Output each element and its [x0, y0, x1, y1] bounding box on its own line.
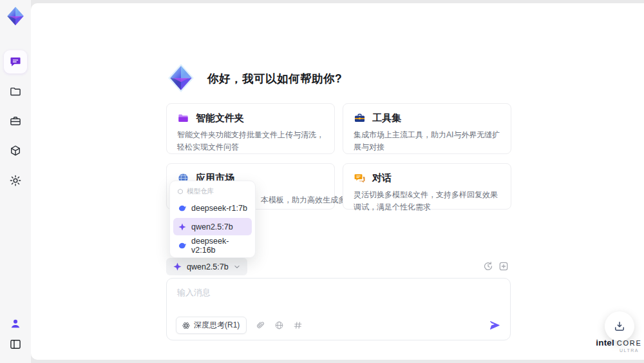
sidebar-item-apps[interactable]: [4, 139, 27, 162]
chat-bubble-icon: [354, 172, 366, 184]
repository-icon: [177, 188, 184, 195]
card-title: 工具集: [372, 112, 401, 124]
card-description-partial: 本模板，助力高效生成多: [261, 194, 346, 206]
cube-icon: [9, 144, 22, 157]
deepseek-whale-icon: [178, 204, 187, 213]
model-option-deepseek-v2[interactable]: deepseek-v2:16b: [173, 237, 252, 254]
deepseek-whale-icon: [178, 241, 187, 250]
model-dropdown-header-label: 模型仓库: [187, 187, 214, 196]
ultra-tier-text: ultra: [594, 348, 644, 353]
model-selector-label: qwen2.5:7b: [187, 262, 229, 271]
qwen-spark-icon: [173, 262, 182, 271]
model-selector[interactable]: qwen2.5:7b: [166, 258, 247, 275]
card-description: 智能文件夹功能支持批量文件上传与清洗，轻松实现文件问答: [177, 129, 324, 153]
gear-icon: [9, 174, 22, 187]
app-logo-icon: [5, 5, 26, 27]
model-option-label: deepseek-r1:7b: [191, 204, 247, 213]
download-icon: [613, 320, 626, 333]
web-access-button[interactable]: [274, 320, 284, 330]
card-title: 智能文件夹: [196, 112, 244, 124]
paperclip-icon: [256, 320, 265, 330]
new-chat-button[interactable]: [498, 261, 509, 271]
download-button[interactable]: [605, 311, 634, 341]
card-toolset[interactable]: 工具集 集成市场上主流工具，助力AI与外界无缝扩展与对接: [343, 103, 511, 154]
split-panel-icon: [9, 338, 22, 351]
send-icon: [489, 319, 501, 331]
user-icon: [9, 317, 22, 330]
briefcase-icon: [354, 112, 366, 124]
chat-input-container: 深度思考(R1): [166, 278, 511, 340]
atom-icon: [182, 321, 191, 330]
card-description: 集成市场上主流工具，助力AI与外界无缝扩展与对接: [354, 129, 500, 153]
deep-think-toggle[interactable]: 深度思考(R1): [176, 317, 247, 334]
hash-icon: [293, 320, 303, 330]
greeting-logo-icon: [165, 62, 197, 94]
card-conversation[interactable]: 对话 灵活切换多模型&文件，支持多样回复效果调试，满足个性化需求: [343, 163, 511, 210]
chevron-down-icon: [233, 263, 241, 271]
folder-icon: [9, 85, 22, 98]
folder-icon: [177, 112, 189, 124]
greeting-text: 你好，我可以如何帮助你?: [207, 71, 342, 86]
card-smart-folder[interactable]: 智能文件夹 智能文件夹功能支持批量文件上传与清洗，轻松实现文件问答: [166, 103, 335, 154]
sidebar-item-folders[interactable]: [4, 80, 27, 103]
qwen-spark-icon: [178, 222, 187, 231]
model-option-label: qwen2.5:7b: [191, 222, 233, 231]
input-toolbar: 深度思考(R1): [176, 317, 501, 334]
sidebar-item-toolbox[interactable]: [4, 110, 27, 133]
sidebar-item-chat[interactable]: [4, 50, 27, 74]
model-option-label: deepseek-v2:16b: [191, 237, 247, 255]
sidebar-item-collapse[interactable]: [4, 333, 27, 356]
intel-brand-text: intel: [596, 338, 614, 348]
briefcase-icon: [9, 115, 22, 128]
knowledge-tag-button[interactable]: [293, 320, 303, 330]
sidebar-item-settings[interactable]: [4, 169, 27, 192]
intel-core-badge: intel CORE ultra: [594, 338, 644, 353]
attach-file-button[interactable]: [256, 320, 265, 330]
send-button[interactable]: [489, 319, 501, 331]
model-dropdown-header: 模型仓库: [173, 184, 252, 198]
card-title: 对话: [372, 172, 392, 184]
history-button[interactable]: [483, 261, 493, 271]
chat-input[interactable]: [167, 279, 510, 307]
app-window: 你好，我可以如何帮助你? 智能文件夹 智能文件夹功能支持批量文件上传与清洗，轻松…: [0, 0, 644, 363]
card-description: 灵活切换多模型&文件，支持多样回复效果调试，满足个性化需求: [354, 189, 500, 213]
core-product-text: CORE: [617, 339, 642, 347]
globe-icon: [274, 320, 284, 330]
sidebar-item-account[interactable]: [4, 312, 27, 335]
deep-think-label: 深度思考(R1): [194, 320, 240, 331]
chat-icon: [9, 55, 22, 68]
model-option-deepseek-r1[interactable]: deepseek-r1:7b: [173, 199, 252, 217]
model-dropdown: 模型仓库 deepseek-r1:7b qwen2.5:7b deepseek-…: [169, 181, 256, 258]
sidebar: [0, 0, 31, 363]
history-icon: [483, 261, 493, 271]
new-chat-icon: [498, 261, 509, 271]
model-option-qwen[interactable]: qwen2.5:7b: [173, 218, 252, 235]
